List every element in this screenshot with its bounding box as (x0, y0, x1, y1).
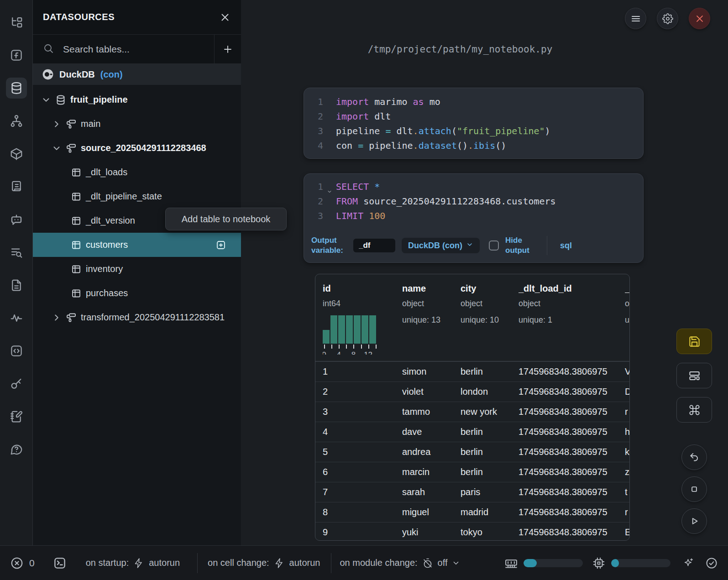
undo-button[interactable] (681, 444, 707, 470)
chevron-right-icon[interactable] (52, 119, 62, 129)
terminal-icon[interactable] (53, 556, 67, 570)
rail-item-key-icon[interactable] (6, 373, 27, 394)
connected-check-icon[interactable] (705, 557, 718, 570)
code-token: import (336, 111, 369, 122)
column-header-name[interactable]: name objectunique: 13 (402, 282, 461, 355)
add-datasource-button[interactable] (215, 35, 241, 63)
search-icon (43, 43, 54, 56)
stop-button[interactable] (681, 476, 707, 502)
module-change-setting[interactable]: on module change: off (340, 558, 460, 569)
line-number: 3 (304, 124, 326, 138)
table-cell: violet (395, 387, 453, 397)
code-line[interactable]: 2import dlt (304, 109, 643, 124)
sql-cell[interactable]: 1SELECT *2FROM source_202504291112283468… (304, 173, 644, 263)
startup-setting[interactable]: on startup: autorun (86, 558, 180, 569)
output-variable-input[interactable] (353, 239, 395, 252)
tree-item-fruit_pipeline[interactable]: fruit_pipeline (33, 88, 241, 112)
code-token: dlt (369, 111, 391, 122)
tree-item-source_202504291112283468[interactable]: source_202504291112283468 (33, 136, 241, 160)
table-cell: simon (395, 366, 453, 377)
search-box[interactable] (33, 35, 215, 63)
chevron-down-icon[interactable] (52, 143, 62, 153)
rail-item-help-bubble-icon[interactable] (6, 439, 27, 460)
table-cell: tokyo (453, 527, 511, 538)
shutdown-button[interactable] (689, 8, 710, 29)
rail-item-activity-icon[interactable] (6, 308, 27, 329)
table-cell: new york (453, 407, 511, 417)
add-table-to-notebook-button[interactable] (215, 240, 226, 251)
code-token: SELECT (336, 181, 369, 192)
connection-row[interactable]: DuckDB (con) (33, 64, 241, 85)
code-line[interactable]: 3pipeline = dlt.attach("fruit_pipeline") (304, 124, 643, 138)
table-icon (71, 191, 82, 202)
hide-output-checkbox[interactable] (489, 240, 499, 251)
database-icon (10, 81, 23, 95)
tree-item-inventory[interactable]: inventory (33, 257, 241, 281)
tree-item-customers[interactable]: customers (33, 233, 241, 257)
rail-item-scroll-icon[interactable] (6, 176, 27, 197)
code-line[interactable]: 4con = pipeline.dataset().ibis() (304, 138, 643, 153)
language-badge: sql (560, 241, 572, 251)
ai-sparkle-icon[interactable] (682, 557, 694, 569)
table-icon (71, 240, 82, 251)
rail-item-cube-icon[interactable] (6, 143, 27, 164)
key-icon (10, 377, 23, 391)
code-line[interactable]: 1SELECT * (304, 179, 643, 194)
tree-item-transformed_202504291112283581[interactable]: transformed_202504291112283581 (33, 305, 241, 329)
table-row: 3tammonew york1745968348.3806975r (315, 402, 629, 422)
tree-item-purchases[interactable]: purchases (33, 281, 241, 305)
cell-change-setting[interactable]: on cell change: autorun (208, 558, 320, 569)
engine-select[interactable]: DuckDB (con) (402, 238, 480, 253)
rail-item-notebook-pen-icon[interactable] (6, 406, 27, 427)
rail-item-function-square-icon[interactable] (6, 45, 27, 66)
rail-item-code-square-icon[interactable] (6, 340, 27, 361)
code-line[interactable]: 3LIMIT 100 (304, 209, 643, 223)
code-line[interactable]: 1import marimo as mo (304, 94, 643, 109)
tree-item-label: customers (86, 240, 128, 250)
table-cell: berlin (453, 447, 511, 457)
table-cell: 2 (315, 387, 395, 397)
add-table-tooltip: Add table to notebook (165, 208, 287, 230)
settings-button[interactable] (657, 8, 678, 29)
code-line[interactable]: 2FROM source_202504291112283468.customer… (304, 194, 643, 209)
table-cell: 1745968348.3806975 (511, 366, 618, 377)
table-row: 9yukitokyo1745968348.3806975E (315, 522, 629, 541)
table-cell: V (618, 366, 630, 377)
chevron-right-icon[interactable] (52, 313, 62, 323)
rail-item-org-chart-icon[interactable] (6, 110, 27, 131)
query-result-table: id int6404812name objectunique: 13city o… (315, 274, 630, 541)
fold-chevron-icon[interactable] (327, 184, 332, 189)
python-cell[interactable]: 1import marimo as mo2import dlt3pipeline… (304, 88, 644, 159)
command-palette-button[interactable] (676, 397, 712, 423)
code-token: 100 (369, 210, 385, 221)
table-cell: berlin (453, 467, 511, 477)
column-header-_dlt_load_id[interactable]: _dlt_load_id objectunique: 1 (519, 282, 625, 355)
save-button[interactable] (676, 329, 712, 354)
layout-button[interactable] (676, 363, 712, 388)
tree-item-main[interactable]: main (33, 112, 241, 136)
column-header-city[interactable]: city objectunique: 10 (461, 282, 519, 355)
menu-button[interactable] (625, 8, 646, 29)
tree-item-_dlt_pipeline_state[interactable]: _dlt_pipeline_state (33, 184, 241, 209)
rail-item-database-icon[interactable] (6, 78, 27, 99)
table-row: 4daveberlin1745968348.3806975h (315, 422, 629, 442)
search-input[interactable] (63, 44, 200, 55)
table-cell: r (618, 507, 630, 517)
errors-icon[interactable] (10, 556, 24, 570)
table-cell: london (453, 387, 511, 397)
table-cell: 1745968348.3806975 (511, 527, 618, 538)
run-button[interactable] (681, 508, 707, 534)
column-header-_dlt_id[interactable]: _dlt_id objectunique: 13 (625, 282, 630, 355)
rail-item-bot-chat-icon[interactable] (6, 209, 27, 230)
datasources-panel: DATASOURCES DuckDB (con) fruit_pipelinem… (33, 0, 241, 545)
rail-item-file-text-icon[interactable] (6, 275, 27, 296)
code-token: marimo (369, 96, 413, 107)
memory-usage (504, 556, 583, 570)
chevron-down-icon[interactable] (41, 95, 51, 105)
tree-item-_dlt_loads[interactable]: _dlt_loads (33, 160, 241, 184)
close-icon[interactable] (219, 11, 231, 23)
code-token: () (495, 140, 506, 151)
rail-item-list-search-icon[interactable] (6, 242, 27, 263)
rail-item-file-tree-icon[interactable] (6, 12, 27, 33)
column-header-id[interactable]: id int6404812 (323, 282, 402, 355)
